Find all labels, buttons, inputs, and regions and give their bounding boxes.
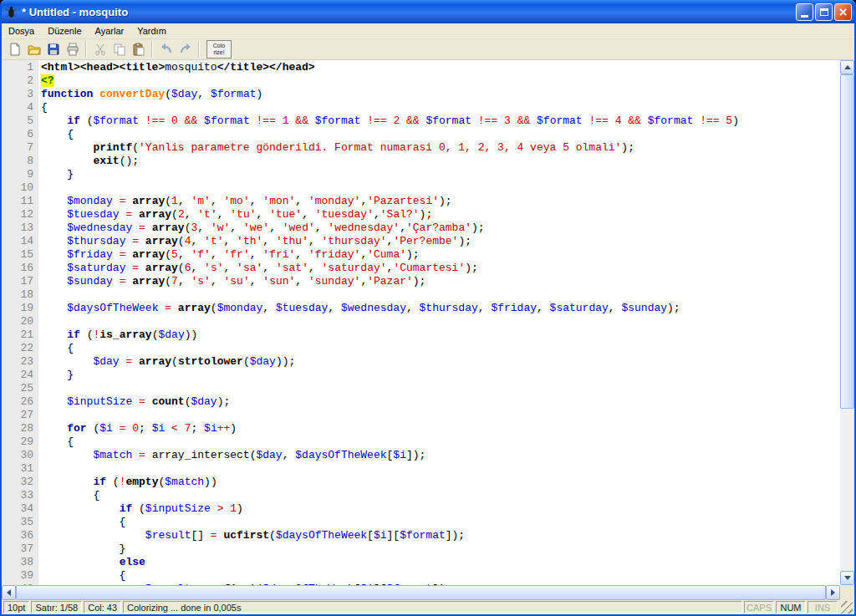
resize-grip[interactable]	[841, 601, 853, 613]
scroll-right-button[interactable]	[826, 585, 840, 600]
code-line-24[interactable]: }	[41, 369, 854, 382]
code-line-31[interactable]	[41, 462, 854, 476]
code-line-3[interactable]: function convertDay($day, $format)	[41, 88, 854, 101]
undo-icon	[160, 43, 173, 56]
line-number: 3	[2, 88, 33, 101]
line-number: 2	[2, 74, 33, 88]
line-number: 9	[2, 168, 33, 181]
line-number: 28	[2, 422, 33, 435]
code-line-17[interactable]: $sunday = array(7, 's', 'su', 'sun', 'su…	[41, 275, 854, 288]
code-line-5[interactable]: if ($format !== 0 && $format !== 1 && $f…	[41, 115, 854, 128]
colorize-button[interactable]: Colo rize!	[206, 40, 232, 59]
code-line-34[interactable]: if ($inputSize > 1)	[41, 502, 854, 516]
new-document-icon	[8, 43, 22, 56]
code-line-32[interactable]: if (!empty($match))	[41, 476, 854, 489]
code-line-7[interactable]: printf('Yanlis parametre gönderildi. For…	[41, 141, 854, 155]
mosquito-app-icon	[4, 5, 18, 19]
vertical-scroll-thumb[interactable]	[840, 74, 854, 409]
line-number: 20	[2, 315, 33, 328]
line-number: 17	[2, 275, 33, 288]
code-line-37[interactable]: }	[41, 542, 854, 556]
code-line-19[interactable]: $daysOfTheWeek = array($monday, $tuesday…	[41, 302, 854, 315]
code-line-36[interactable]: $result[] = ucfirst($daysOfTheWeek[$i][$…	[41, 529, 854, 542]
menu-item-yardim[interactable]: Yardım	[130, 24, 173, 38]
code-line-2[interactable]: <?	[41, 74, 854, 88]
code-line-13[interactable]: $wednesday = array(3, 'w', 'we', 'wed', …	[41, 221, 854, 235]
scroll-left-button[interactable]	[2, 585, 16, 600]
line-number: 35	[2, 516, 33, 529]
open-file-button[interactable]	[24, 40, 43, 59]
code-line-21[interactable]: if (!is_array($day))	[41, 328, 854, 342]
code-line-12[interactable]: $tuesday = array(2, 't', 'tu', 'tue', 't…	[41, 208, 854, 221]
code-line-39[interactable]: {	[41, 569, 854, 583]
code-line-29[interactable]: {	[41, 435, 854, 449]
code-line-27[interactable]	[41, 409, 854, 422]
arrow-up-icon	[844, 65, 851, 69]
code-line-20[interactable]	[41, 315, 854, 328]
statusbar: 10pt Satır: 1/58 Col: 43 Colorizing ... …	[2, 600, 854, 614]
undo-button[interactable]	[156, 40, 176, 59]
code-line-33[interactable]: {	[41, 489, 854, 502]
line-number: 27	[2, 409, 33, 422]
toolbar-separator	[85, 41, 87, 58]
status-message: Colorizing ... done in 0,005s	[123, 601, 742, 613]
toolbar: Colo rize!	[2, 39, 854, 60]
num-lock-indicator: NUM	[776, 601, 806, 613]
code-line-38[interactable]: else	[41, 556, 854, 569]
code-line-22[interactable]: {	[41, 342, 854, 355]
code-line-8[interactable]: exit();	[41, 155, 854, 168]
redo-button[interactable]	[176, 40, 195, 59]
code-line-1[interactable]: <html><head><title>mosquito</title></hea…	[41, 61, 854, 74]
print-button[interactable]	[63, 40, 82, 59]
code-line-18[interactable]	[41, 288, 854, 302]
code-line-26[interactable]: $inputSize = count($day);	[41, 395, 854, 409]
paste-icon	[132, 43, 145, 56]
code-line-25[interactable]	[41, 382, 854, 395]
maximize-button[interactable]	[815, 3, 833, 21]
minimize-button[interactable]	[796, 3, 813, 21]
line-number: 37	[2, 542, 33, 556]
menu-item-ayarlar[interactable]: Ayarlar	[89, 24, 131, 38]
code-line-9[interactable]: }	[41, 168, 854, 181]
code-line-15[interactable]: $friday = array(5, 'f', 'fr', 'fri', 'fr…	[41, 248, 854, 262]
save-button[interactable]	[43, 40, 63, 59]
code-line-16[interactable]: $saturday = array(6, 's', 'sa', 'sat', '…	[41, 262, 854, 275]
horizontal-scrollbar[interactable]	[2, 585, 840, 600]
code-line-28[interactable]: for ($i = 0; $i < 7; $i++)	[41, 422, 854, 435]
maximize-icon	[820, 8, 828, 16]
cut-button[interactable]	[90, 40, 110, 59]
code-line-6[interactable]: {	[41, 128, 854, 141]
code-editor[interactable]: 1234567891011121314151617181920212223242…	[2, 60, 854, 585]
menu-item-dosya[interactable]: Dosya	[2, 24, 41, 38]
code-line-10[interactable]	[41, 181, 854, 195]
line-number: 5	[2, 115, 33, 128]
line-number: 32	[2, 476, 33, 489]
open-folder-icon	[28, 43, 41, 56]
line-number: 29	[2, 435, 33, 449]
horizontal-scroll-thumb[interactable]	[16, 585, 826, 600]
line-number: 18	[2, 288, 33, 302]
menu-item-duzenle[interactable]: Düzenle	[41, 24, 88, 38]
code-line-4[interactable]: {	[41, 101, 854, 115]
cut-icon	[94, 43, 107, 56]
close-button[interactable]: ×	[834, 3, 852, 21]
paste-button[interactable]	[129, 40, 148, 59]
line-number: 33	[2, 489, 33, 502]
scroll-down-button[interactable]	[840, 571, 854, 585]
minimize-icon	[801, 15, 808, 18]
arrow-left-icon	[7, 589, 11, 596]
code-line-30[interactable]: $match = array_intersect($day, $daysOfTh…	[41, 449, 854, 462]
code-line-11[interactable]: $monday = array(1, 'm', 'mo', 'mon', 'mo…	[41, 195, 854, 208]
code-pane[interactable]: <html><head><title>mosquito</title></hea…	[38, 60, 854, 585]
line-number: 1	[2, 61, 33, 74]
code-line-23[interactable]: $day = array(strtolower($day));	[41, 355, 854, 369]
scroll-up-button[interactable]	[840, 60, 854, 74]
code-line-35[interactable]: {	[41, 516, 854, 529]
vertical-scrollbar[interactable]	[840, 60, 854, 585]
line-number: 8	[2, 155, 33, 168]
code-line-14[interactable]: $thursday = array(4, 't', 'th', 'thu', '…	[41, 235, 854, 248]
titlebar[interactable]: * Untitled - mosquito ×	[0, 0, 856, 23]
copy-button[interactable]	[110, 40, 129, 59]
new-document-button[interactable]	[5, 40, 24, 59]
line-number: 26	[2, 395, 33, 409]
